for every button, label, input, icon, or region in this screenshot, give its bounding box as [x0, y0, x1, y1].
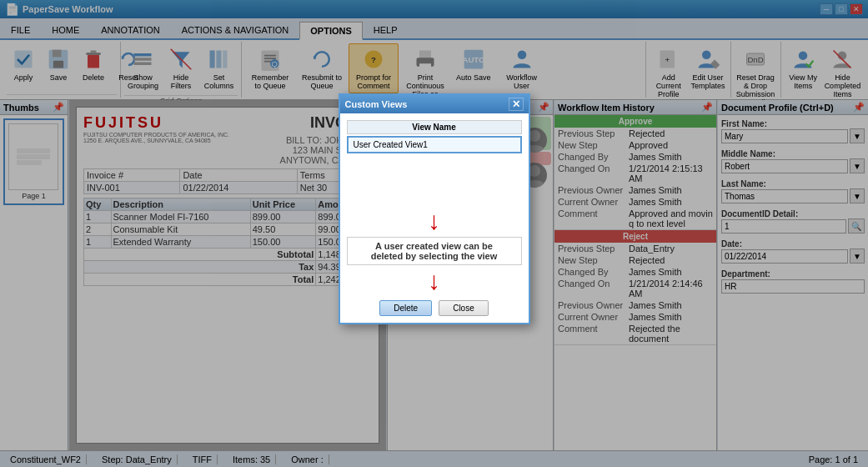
- modal-title: Custom Views: [345, 99, 408, 109]
- modal-arrow-1: ↓: [347, 208, 522, 234]
- modal-delete-button[interactable]: Delete: [379, 300, 432, 316]
- modal-arrow-2: ↓: [347, 269, 522, 294]
- modal-list-header: View Name: [347, 120, 522, 134]
- modal-buttons: Delete Close: [347, 300, 522, 316]
- modal-overlay: Custom Views ✕ View Name User Created Vi…: [0, 0, 868, 467]
- modal-list-item-1[interactable]: User Created View1: [347, 136, 522, 153]
- modal-spacer: [347, 155, 522, 205]
- custom-views-modal: Custom Views ✕ View Name User Created Vi…: [339, 93, 530, 324]
- modal-title-bar: Custom Views ✕: [340, 95, 529, 113]
- modal-close-btn[interactable]: Close: [439, 300, 489, 316]
- modal-body: View Name User Created View1 ↓ A user cr…: [340, 113, 529, 323]
- modal-close-button[interactable]: ✕: [509, 98, 524, 111]
- modal-info-text: A user created view can bedeleted by sel…: [347, 237, 522, 265]
